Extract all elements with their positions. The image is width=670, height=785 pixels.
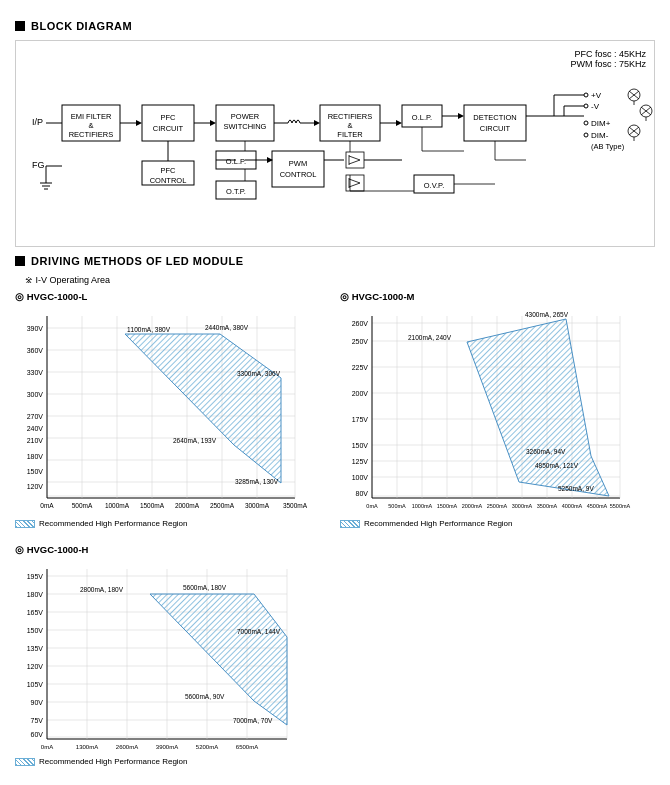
chart-m-legend: Recommended High Performance Region [340, 519, 655, 528]
svg-text:180V: 180V [27, 453, 44, 460]
svg-text:300V: 300V [27, 391, 44, 398]
svg-marker-226 [150, 594, 287, 725]
svg-text:0mA: 0mA [366, 503, 378, 509]
svg-text:240V: 240V [27, 425, 44, 432]
svg-text:EMI FILTER: EMI FILTER [71, 112, 112, 121]
svg-text:150V: 150V [27, 627, 44, 634]
svg-text:4500mA: 4500mA [587, 503, 608, 509]
charts-top-row: ◎ HVGC-1000-L 390V 360V 330V 300V 270V 2… [15, 291, 655, 528]
svg-text:CIRCUIT: CIRCUIT [480, 124, 511, 133]
driving-methods-header: DRIVING METHODS OF LED MODULE [15, 255, 655, 267]
svg-text:2000mA: 2000mA [462, 503, 483, 509]
svg-text:FG: FG [32, 160, 45, 170]
svg-text:FILTER: FILTER [337, 130, 363, 139]
svg-text:5500mA: 5500mA [610, 503, 631, 509]
svg-rect-35 [464, 105, 526, 141]
svg-text:2100mA, 240V: 2100mA, 240V [408, 334, 452, 341]
svg-text:2600mA: 2600mA [116, 744, 138, 750]
svg-text:7000mA, 70V: 7000mA, 70V [233, 717, 273, 724]
chart-hvgc-l: ◎ HVGC-1000-L 390V 360V 330V 300V 270V 2… [15, 291, 330, 528]
svg-text:3260mA, 94V: 3260mA, 94V [526, 448, 566, 455]
svg-text:2440mA, 380V: 2440mA, 380V [205, 324, 249, 331]
svg-point-41 [584, 93, 588, 97]
chart-m-title: ◎ HVGC-1000-M [340, 291, 655, 302]
svg-text:60V: 60V [31, 731, 44, 738]
svg-text:125V: 125V [352, 458, 369, 465]
legend-box-l [15, 520, 35, 528]
svg-text:2500mA: 2500mA [487, 503, 508, 509]
svg-text:SWITCHING: SWITCHING [224, 122, 267, 131]
svg-text:1100mA, 380V: 1100mA, 380V [127, 326, 171, 333]
svg-text:I/P: I/P [32, 117, 43, 127]
svg-text:PFC: PFC [161, 113, 177, 122]
svg-text:DIM-: DIM- [591, 131, 609, 140]
svg-text:3000mA: 3000mA [512, 503, 533, 509]
section-icon [15, 21, 25, 31]
svg-text:3900mA: 3900mA [156, 744, 178, 750]
svg-text:CONTROL: CONTROL [280, 170, 317, 179]
svg-text:3500mA: 3500mA [283, 502, 308, 509]
block-diagram-title: BLOCK DIAGRAM [31, 20, 132, 32]
svg-text:-V: -V [591, 102, 600, 111]
chart-hvgc-h: ◎ HVGC-1000-H 195V 180V 165V 150V 135V 1… [15, 544, 310, 766]
svg-text:150V: 150V [352, 442, 369, 449]
svg-text:O.V.P.: O.V.P. [424, 181, 444, 190]
svg-text:330V: 330V [27, 369, 44, 376]
block-diagram-container: PFC fosc : 45KHzPWM fosc : 75KHz I/P FG … [15, 40, 655, 247]
svg-text:3000mA: 3000mA [245, 502, 270, 509]
svg-rect-14 [142, 105, 194, 141]
svg-text:90V: 90V [31, 699, 44, 706]
svg-text:100V: 100V [352, 474, 369, 481]
svg-text:2640mA, 193V: 2640mA, 193V [173, 437, 217, 444]
svg-text:6500mA: 6500mA [236, 744, 258, 750]
svg-text:2000mA: 2000mA [175, 502, 200, 509]
svg-text:CONTROL: CONTROL [150, 176, 187, 185]
pfc-frequency-info: PFC fosc : 45KHzPWM fosc : 75KHz [24, 49, 646, 69]
svg-text:POWER: POWER [231, 112, 260, 121]
svg-text:1000mA: 1000mA [105, 502, 130, 509]
svg-marker-137 [125, 334, 281, 483]
svg-point-45 [584, 104, 588, 108]
svg-text:CIRCUIT: CIRCUIT [153, 124, 184, 133]
svg-text:500mA: 500mA [388, 503, 406, 509]
legend-label-l: Recommended High Performance Region [39, 519, 188, 528]
svg-text:250V: 250V [352, 338, 369, 345]
svg-text:PFC: PFC [161, 166, 177, 175]
block-diagram-svg: I/P FG EMI FILTER & RECTIFIERS PFC CIRCU… [24, 73, 654, 238]
chart-h-legend: Recommended High Performance Region [15, 757, 310, 766]
svg-text:195V: 195V [27, 573, 44, 580]
svg-text:360V: 360V [27, 347, 44, 354]
svg-text:&: & [88, 121, 93, 130]
svg-text:DETECTION: DETECTION [473, 113, 516, 122]
legend-box-m [340, 520, 360, 528]
svg-marker-34 [458, 113, 464, 119]
svg-text:5200mA: 5200mA [196, 744, 218, 750]
chart-m-svg: 260V 250V 225V 200V 175V 150V 125V 100V … [340, 306, 635, 516]
svg-line-82 [349, 156, 360, 160]
svg-text:0mA: 0mA [41, 744, 53, 750]
svg-marker-18 [210, 120, 216, 126]
svg-text:175V: 175V [352, 416, 369, 423]
svg-text:180V: 180V [27, 591, 44, 598]
svg-text:150V: 150V [27, 468, 44, 475]
svg-text:5600mA, 180V: 5600mA, 180V [183, 584, 227, 591]
legend-box-h [15, 758, 35, 766]
svg-text:DIM+: DIM+ [591, 119, 611, 128]
svg-text:4850mA, 121V: 4850mA, 121V [535, 462, 579, 469]
chart-hvgc-m: ◎ HVGC-1000-M 260V 250V 225V 200V 175V 1… [340, 291, 655, 528]
svg-text:PWM: PWM [289, 159, 307, 168]
svg-text:O.L.P.: O.L.P. [226, 157, 246, 166]
svg-text:5250mA, 9V: 5250mA, 9V [558, 485, 594, 492]
section-icon2 [15, 256, 25, 266]
svg-text:260V: 260V [352, 320, 369, 327]
svg-text:200V: 200V [352, 390, 369, 397]
svg-text:1500mA: 1500mA [437, 503, 458, 509]
svg-text:210V: 210V [27, 437, 44, 444]
svg-text:O.T.P.: O.T.P. [226, 187, 246, 196]
svg-text:500mA: 500mA [72, 502, 93, 509]
chart-l-title: ◎ HVGC-1000-L [15, 291, 330, 302]
svg-text:+V: +V [591, 91, 602, 100]
svg-point-49 [584, 133, 588, 137]
block-diagram-header: BLOCK DIAGRAM [15, 20, 655, 32]
svg-marker-24 [314, 120, 320, 126]
